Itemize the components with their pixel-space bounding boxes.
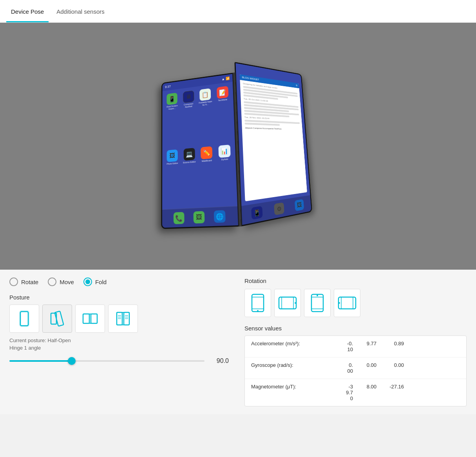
sensor-val-accel-x: -0. 10 xyxy=(329,341,353,352)
radio-move-circle xyxy=(48,277,56,286)
radio-move-label: Move xyxy=(60,279,74,285)
dock-gallery: 🖼 xyxy=(193,211,205,223)
tab-additional-sensors[interactable]: Additional sensors xyxy=(52,2,109,22)
rotation-landscape-svg xyxy=(278,296,297,310)
phone-left-panel: 9:37 ▲ 📶 📱 Dual Screen Exper... 🖥 Compos… xyxy=(161,73,239,229)
posture-btn-closed[interactable] xyxy=(9,305,39,333)
radio-fold-label: Fold xyxy=(95,279,107,285)
sensor-val-mag-z: -27.16 xyxy=(376,384,404,390)
sensor-val-accel-y: 9.77 xyxy=(353,341,376,346)
rotation-icon-group xyxy=(244,289,467,317)
blog-widget: BLOG WIDGET ⚙ Designing for foldable and… xyxy=(239,74,307,201)
posture-icon-closed-svg xyxy=(16,310,32,327)
sensor-val-mag-y: 8.00 xyxy=(353,384,376,390)
header: Device Pose Additional sensors xyxy=(0,0,476,23)
rotation-btn-landscape[interactable] xyxy=(274,289,301,317)
svg-rect-5 xyxy=(91,314,97,323)
sensor-row-accelerometer: Accelerometer (m/s²): -0. 10 9.77 0.89 xyxy=(245,336,466,357)
rotation-portrait-svg xyxy=(251,293,265,313)
app-grid: 📱 Dual Screen Exper... 🖥 Composer NavRai… xyxy=(162,82,237,209)
right-dock-1: 📱 xyxy=(251,206,263,219)
radio-fold-circle xyxy=(83,277,92,286)
hinge-slider-track xyxy=(9,360,205,362)
posture-icon-group xyxy=(9,305,229,333)
app-icon-dualscreen: 📱 Dual Screen Exper... xyxy=(165,92,179,148)
svg-point-25 xyxy=(295,302,296,304)
controls-left: Rotate Move Fold Posture xyxy=(9,277,229,406)
sensor-val-gyro-y: 0.00 xyxy=(353,362,376,368)
sensor-name-accelerometer: Accelerometer (m/s²): xyxy=(251,341,329,346)
sensor-values-title: Sensor values xyxy=(244,325,467,332)
right-dock-2: ⚙ xyxy=(274,202,284,215)
svg-point-21 xyxy=(257,310,259,312)
svg-rect-4 xyxy=(83,314,89,323)
sensor-val-gyro-x: 0. 00 xyxy=(329,362,353,374)
radio-move[interactable]: Move xyxy=(48,277,74,286)
current-posture-text: Current posture: Half-Open xyxy=(9,337,229,343)
radio-rotate[interactable]: Rotate xyxy=(9,277,38,286)
radio-rotate-label: Rotate xyxy=(21,279,38,285)
foldable-phone-3d: 9:37 ▲ 📶 📱 Dual Screen Exper... 🖥 Compos… xyxy=(161,50,333,241)
rotation-portrait-flipped-svg xyxy=(310,293,324,313)
hinge-angle-label: Hinge 1 angle xyxy=(9,345,229,351)
rotation-landscape-flipped-svg xyxy=(337,296,357,310)
sensor-name-magnetometer: Magnetometer (μT): xyxy=(251,384,329,390)
svg-rect-0 xyxy=(20,312,28,326)
tab-device-pose[interactable]: Device Pose xyxy=(6,2,49,22)
app-icon-dyadd: 📊 DyAdd xyxy=(216,144,234,203)
time-display: 9:37 xyxy=(165,85,171,89)
hinge-slider-row: 90.0 xyxy=(9,357,229,365)
posture-icon-halfopen-svg xyxy=(49,310,65,327)
sensor-name-gyroscope: Gyroscope (rad/s): xyxy=(251,362,329,368)
hinge-slider-fill xyxy=(9,360,72,362)
app-icon-foldable: 📋 Foldable Apps by S... xyxy=(197,88,214,145)
sensor-val-accel-z: 0.89 xyxy=(376,341,404,346)
device-viewport: 9:37 ▲ 📶 📱 Dual Screen Exper... 🖥 Compos… xyxy=(0,23,476,270)
app-icon-photo: 🖼 Photo Editor xyxy=(165,149,180,205)
sensor-table: Accelerometer (m/s²): -0. 10 9.77 0.89 G… xyxy=(244,335,467,406)
phone-right-screen: BLOG WIDGET ⚙ Designing for foldable and… xyxy=(235,63,311,225)
posture-icon-tent-svg xyxy=(115,310,131,327)
hinge-slider-thumb[interactable] xyxy=(68,357,76,365)
phone-right-panel: BLOG WIDGET ⚙ Designing for foldable and… xyxy=(234,62,312,227)
phone-dock: 📞 🖼 🌐 xyxy=(162,206,238,228)
right-dock-3: 🖼 xyxy=(294,199,304,211)
posture-btn-open[interactable] xyxy=(75,305,105,333)
svg-rect-1 xyxy=(20,311,29,326)
dock-edge: 🌐 xyxy=(214,210,225,223)
rotation-btn-landscape-flipped[interactable] xyxy=(334,289,360,317)
controls-section: Rotate Move Fold Posture xyxy=(0,270,476,414)
svg-point-29 xyxy=(317,295,318,296)
rotation-btn-portrait[interactable] xyxy=(244,289,271,317)
app-icon-webboard: ✏️ WebBoard xyxy=(199,146,215,203)
posture-btn-halfopen[interactable] xyxy=(42,305,72,333)
app-icon-technote: 📝 TechNote xyxy=(215,86,232,144)
dock-phone: 📞 xyxy=(174,212,185,224)
app-icon-source: 💻 Source Editor xyxy=(181,148,197,205)
posture-icon-open-svg xyxy=(82,310,98,327)
hinge-slider-container xyxy=(9,357,205,365)
radio-rotate-circle xyxy=(9,277,18,286)
phone-left-screen: 9:37 ▲ 📶 📱 Dual Screen Exper... 🖥 Compos… xyxy=(162,74,238,228)
rotation-title: Rotation xyxy=(244,277,467,284)
rotation-btn-portrait-flipped[interactable] xyxy=(304,289,331,317)
sensor-val-gyro-z: 0.00 xyxy=(376,362,404,368)
app-icon-composer: 🖥 Composer NavRail xyxy=(181,90,196,147)
mode-radio-group: Rotate Move Fold xyxy=(9,277,229,286)
sensor-row-magnetometer: Magnetometer (μT): -3 9.7 0 8.00 -27.16 xyxy=(245,379,466,406)
hinge-slider-value: 90.0 xyxy=(209,357,229,365)
radio-fold[interactable]: Fold xyxy=(83,277,107,286)
controls-right: Rotation xyxy=(244,277,467,406)
posture-btn-tent[interactable] xyxy=(108,305,138,333)
posture-label: Posture xyxy=(9,294,229,301)
sensor-row-gyroscope: Gyroscope (rad/s): 0. 00 0.00 0.00 xyxy=(245,357,466,379)
sensor-val-mag-x: -3 9.7 0 xyxy=(329,384,353,401)
svg-point-33 xyxy=(338,302,340,304)
signal-icons: ▲ 📶 xyxy=(221,76,230,81)
